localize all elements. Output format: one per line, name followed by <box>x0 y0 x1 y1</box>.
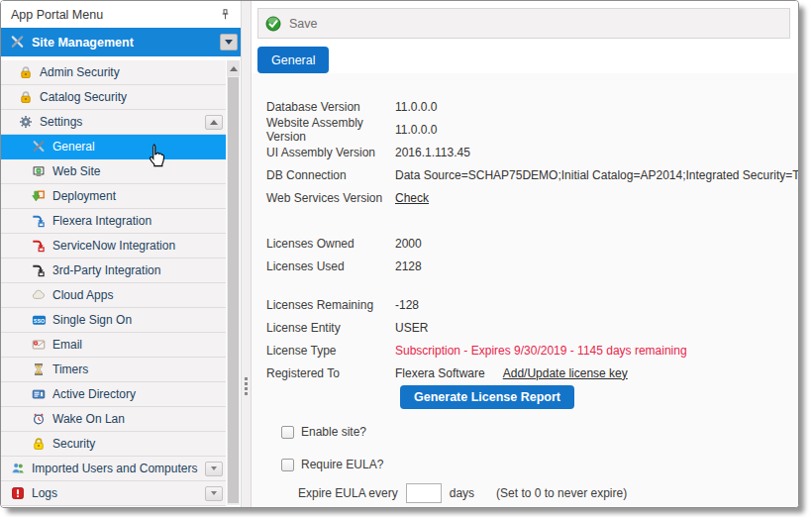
sidebar-item-label: Active Directory <box>52 387 223 401</box>
sidebar-item-general[interactable]: General <box>1 135 226 159</box>
field-label: Registered To <box>266 366 395 380</box>
sidebar-item-label: General <box>52 140 223 154</box>
form-row-license-type: License TypeSubscription - Expires 9/30/… <box>266 339 798 362</box>
main-content: Save General Database Version11.0.0.0Web… <box>252 1 798 507</box>
sidebar-item-imported-users-and-computers[interactable]: Imported Users and Computers <box>1 457 226 481</box>
sidebar-item-cloud-apps[interactable]: Cloud Apps <box>1 283 226 308</box>
gear-icon <box>18 114 34 130</box>
checkbox-label: Require EULA? <box>301 458 383 471</box>
website-icon <box>31 163 47 179</box>
sidebar-item-label: Wake On Lan <box>52 412 223 426</box>
eula-days-input[interactable] <box>406 483 442 503</box>
form-row-licenses-remaining: Licenses Remaining-128 <box>266 293 798 316</box>
hourglass-icon <box>31 362 47 377</box>
sidebar-item-label: Single Sign On <box>52 313 223 327</box>
sidebar-item-deployment[interactable]: Deployment <box>1 184 226 209</box>
section-label: Site Management <box>32 36 220 50</box>
screenshot-stage: App Portal Menu Site Management Admin Se… <box>0 0 812 517</box>
form-row-license-entity: License EntityUSER <box>266 316 798 339</box>
form-row-website-assembly-version: Website Assembly Version11.0.0.0 <box>266 118 798 141</box>
sso-badge-icon: SSO <box>31 312 47 328</box>
sidebar-item-web-site[interactable]: Web Site <box>1 159 226 184</box>
sidebar-item-label: Security <box>52 437 223 451</box>
form-row-licenses-owned: Licenses Owned2000 <box>266 232 798 255</box>
expand-button[interactable] <box>205 462 223 476</box>
tab-general[interactable]: General <box>257 47 329 73</box>
field-value: Subscription - Expires 9/30/2019 - 1145 … <box>395 344 687 358</box>
generate-license-report-button[interactable]: Generate License Report <box>400 385 574 409</box>
field-value-link[interactable]: Check <box>395 191 429 205</box>
sidebar-item-3rd-party-integration[interactable]: 3rd-Party Integration <box>1 258 226 283</box>
padlock-gold-icon <box>18 64 34 80</box>
tab-bar: General <box>257 47 798 73</box>
scrollbar-thumb[interactable] <box>228 77 239 503</box>
expand-button[interactable] <box>205 486 223 501</box>
version-info-rows: Database Version11.0.0.0Website Assembly… <box>266 95 798 209</box>
field-label: License Type <box>266 344 395 358</box>
sidebar-item-label: 3rd-Party Integration <box>52 263 223 277</box>
sidebar-item-servicenow-integration[interactable]: ServiceNow Integration <box>1 234 226 258</box>
eula-expiry-row: Expire EULA every days (Set to 0 to neve… <box>298 483 798 503</box>
integration-blue-icon <box>31 213 47 229</box>
sidebar-item-label: Logs <box>32 486 205 500</box>
cloud-icon <box>31 287 47 303</box>
sidebar-item-flexera-integration[interactable]: Flexera Integration <box>1 209 226 234</box>
checkbox-area: Enable site?Require EULA? <box>266 425 798 471</box>
sidebar-item-label: Timers <box>52 362 223 376</box>
sidebar-item-label: Web Site <box>52 164 223 178</box>
sidebar-item-settings[interactable]: Settings <box>1 110 226 135</box>
field-value: Data Source=SCHAP75DEMO;Initial Catalog=… <box>395 168 798 182</box>
form-row-web-services-version: Web Services VersionCheck <box>266 186 798 209</box>
field-label: Licenses Used <box>266 259 395 273</box>
sidebar-section-site-management[interactable]: Site Management <box>1 28 241 56</box>
sidebar-item-label: Settings <box>40 115 205 129</box>
save-check-icon <box>265 16 281 32</box>
sidebar-item-admin-security[interactable]: Admin Security <box>1 60 226 85</box>
field-label: Website Assembly Version <box>266 116 395 144</box>
sidebar-item-catalog-security[interactable]: Catalog Security <box>1 85 226 110</box>
field-value: 11.0.0.0 <box>395 123 437 137</box>
form-row-licenses-used: Licenses Used2128 <box>266 255 798 277</box>
logs-alert-icon <box>10 485 26 501</box>
svg-text:SSO: SSO <box>33 318 44 324</box>
checkbox-require-eula[interactable] <box>281 459 294 471</box>
sidebar-item-timers[interactable]: Timers <box>1 358 226 382</box>
eula-suffix-label: days <box>450 486 474 500</box>
sidebar-item-label: Flexera Integration <box>52 214 223 228</box>
eula-note-label: (Set to 0 to never expire) <box>496 486 627 500</box>
integration-red-icon <box>31 238 47 254</box>
checkbox-label: Enable site? <box>301 425 366 439</box>
sidebar-item-label: Admin Security <box>40 65 223 79</box>
splitter[interactable] <box>241 1 252 507</box>
app-window: App Portal Menu Site Management Admin Se… <box>0 0 799 508</box>
sidebar-item-active-directory[interactable]: Active Directory <box>1 382 226 407</box>
deployment-icon <box>31 188 47 204</box>
sidebar-item-wake-on-lan[interactable]: Wake On Lan <box>1 407 226 432</box>
sidebar-item-email[interactable]: Email <box>1 333 226 358</box>
checkbox-enable-site[interactable] <box>281 426 294 439</box>
checkbox-row-require-eula: Require EULA? <box>281 458 798 471</box>
tools-icon <box>31 139 47 155</box>
sidebar-scrollbar[interactable] <box>227 60 240 505</box>
sidebar-item-single-sign-on[interactable]: SSOSingle Sign On <box>1 308 226 333</box>
section-dropdown-button[interactable] <box>220 34 238 51</box>
sidebar-item-label: Email <box>52 338 223 352</box>
sidebar-menu: Admin SecurityCatalog SecuritySettingsGe… <box>1 60 226 506</box>
save-button[interactable]: Save <box>265 16 318 32</box>
field-label: Licenses Owned <box>266 237 395 251</box>
sidebar-item-security[interactable]: Security <box>1 432 226 457</box>
sidebar-item-logs[interactable]: Logs <box>1 481 226 506</box>
scroll-up-button[interactable] <box>227 60 240 76</box>
field-value: 2000 <box>395 237 422 251</box>
link-add-update-license-key[interactable]: Add/Update license key <box>503 366 628 380</box>
alarm-clock-icon <box>31 411 47 427</box>
license-rows-bottom: Licenses Remaining-128License EntityUSER… <box>266 293 798 384</box>
sidebar-header: App Portal Menu <box>1 1 241 28</box>
field-value: 11.0.0.0 <box>395 100 437 114</box>
pin-icon[interactable] <box>217 7 233 23</box>
collapse-button[interactable] <box>205 115 223 130</box>
save-button-label: Save <box>289 17 318 31</box>
toolbar: Save <box>257 8 790 39</box>
form-row-registered-to: Registered ToFlexera SoftwareAdd/Update … <box>266 362 798 384</box>
field-label: Database Version <box>266 100 395 114</box>
